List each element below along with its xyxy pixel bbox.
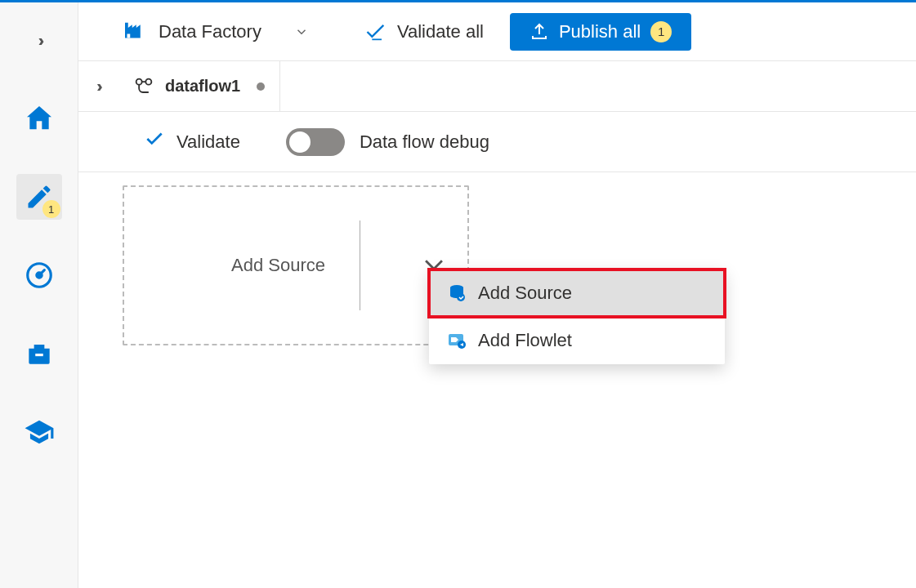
validate-label: Validate bbox=[176, 131, 240, 153]
menu-item-add-flowlet[interactable]: Add Flowlet bbox=[429, 317, 725, 364]
publish-all-button[interactable]: Publish all 1 bbox=[510, 13, 691, 51]
gauge-icon bbox=[24, 260, 55, 291]
upload-icon bbox=[529, 22, 549, 42]
chevron-down-icon bbox=[294, 24, 309, 39]
menu-item-label: Add Flowlet bbox=[478, 330, 572, 351]
monitor-button[interactable] bbox=[16, 252, 62, 298]
toolbox-icon bbox=[24, 338, 55, 369]
factory-selector[interactable]: Data Factory bbox=[111, 15, 319, 49]
add-source-label: Add Source bbox=[231, 255, 325, 276]
svg-point-5 bbox=[145, 78, 151, 84]
collapse-panel-button[interactable]: ›› bbox=[78, 61, 116, 111]
learn-button[interactable] bbox=[16, 409, 62, 455]
menu-item-add-source[interactable]: Add Source bbox=[429, 270, 725, 317]
divider bbox=[360, 220, 360, 310]
home-button[interactable] bbox=[16, 96, 62, 141]
add-source-menu: Add Source Add Flowlet bbox=[429, 270, 725, 364]
expand-nav-button[interactable]: ›› bbox=[16, 17, 62, 63]
svg-point-4 bbox=[136, 78, 142, 84]
validate-button[interactable]: Validate bbox=[144, 128, 240, 155]
svg-point-7 bbox=[457, 293, 465, 301]
author-badge: 1 bbox=[42, 200, 60, 218]
chevron-right-double-icon: ›› bbox=[96, 77, 97, 96]
manage-button[interactable] bbox=[16, 331, 62, 376]
menu-item-label: Add Source bbox=[478, 283, 572, 304]
debug-toggle-label: Data flow debug bbox=[360, 131, 489, 153]
svg-rect-2 bbox=[35, 354, 43, 356]
add-source-placeholder[interactable]: Add Source bbox=[123, 185, 469, 345]
factory-icon bbox=[121, 20, 145, 44]
svg-rect-3 bbox=[127, 33, 131, 38]
debug-toggle[interactable] bbox=[286, 128, 345, 156]
flowlet-icon bbox=[447, 331, 467, 350]
validate-all-button[interactable]: Validate all bbox=[364, 20, 484, 43]
tab-label: dataflow1 bbox=[165, 77, 240, 96]
publish-label: Publish all bbox=[559, 21, 641, 42]
tab-dataflow1[interactable]: dataflow1 bbox=[116, 61, 280, 111]
dataflow-icon bbox=[132, 75, 155, 98]
graduation-cap-icon bbox=[24, 416, 55, 448]
home-icon bbox=[23, 102, 56, 135]
unsaved-dot-icon bbox=[257, 82, 265, 91]
toggle-knob-icon bbox=[289, 131, 311, 153]
chevron-right-double-icon: ›› bbox=[38, 31, 39, 50]
author-button[interactable]: 1 bbox=[16, 174, 62, 220]
database-source-icon bbox=[447, 283, 467, 303]
publish-count-badge: 1 bbox=[650, 21, 672, 42]
validate-all-label: Validate all bbox=[397, 21, 484, 42]
factory-label: Data Factory bbox=[159, 21, 261, 42]
svg-point-1 bbox=[36, 273, 41, 278]
check-lines-icon bbox=[364, 20, 387, 43]
check-icon bbox=[144, 128, 165, 155]
